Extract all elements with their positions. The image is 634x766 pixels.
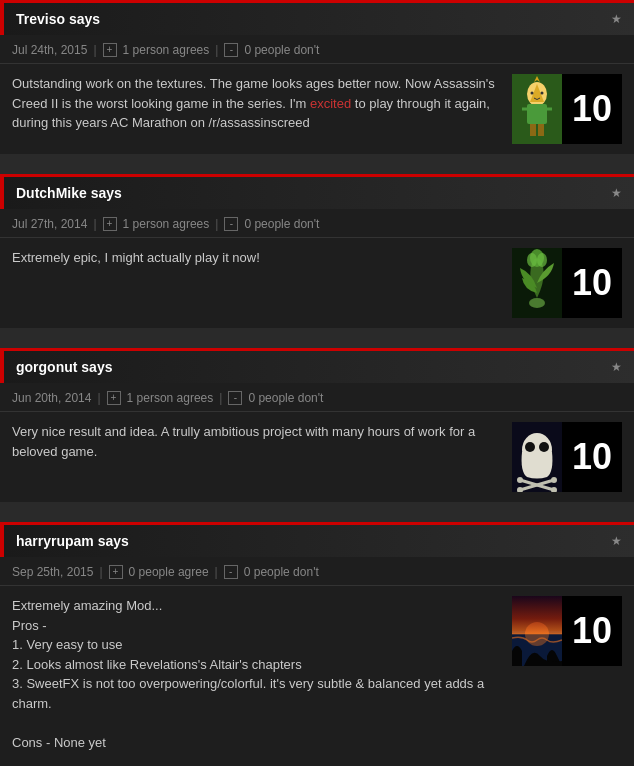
review-text-harryrupam: Extremely amazing Mod...Pros -1. Very ea… (12, 596, 502, 766)
score-treviso: 10 (562, 88, 622, 130)
svg-point-9 (541, 92, 544, 95)
score-area-harryrupam: 10 (512, 596, 622, 666)
agree-icon-gorgonut[interactable]: + (107, 391, 121, 405)
review-block-gorgonut: gorgonut says ★ Jun 20th, 2014 | + 1 per… (0, 348, 634, 502)
review-block-harryrupam: harryrupam says ★ Sep 25th, 2015 | + 0 p… (0, 522, 634, 766)
disagree-icon-dutchmike[interactable]: - (224, 217, 238, 231)
reviews-container: Treviso says ★ Jul 24th, 2015 | + 1 pers… (0, 0, 634, 766)
review-body-gorgonut: Very nice result and idea. A trully ambi… (0, 412, 634, 502)
review-author-harryrupam: harryrupam says (16, 533, 129, 549)
review-date-harryrupam: Sep 25th, 2015 (12, 565, 93, 579)
svg-rect-6 (530, 124, 536, 136)
review-meta-treviso: Jul 24th, 2015 | + 1 person agrees | - 0… (0, 35, 634, 64)
review-block-treviso: Treviso says ★ Jul 24th, 2015 | + 1 pers… (0, 0, 634, 154)
review-meta-harryrupam: Sep 25th, 2015 | + 0 people agree | - 0 … (0, 557, 634, 586)
avatar-treviso (512, 74, 562, 144)
agree-icon-dutchmike[interactable]: + (103, 217, 117, 231)
disagrees-label-gorgonut: 0 people don't (248, 391, 323, 405)
agree-icon-harryrupam[interactable]: + (109, 565, 123, 579)
rss-icon[interactable]: ★ (611, 186, 622, 200)
rss-icon[interactable]: ★ (611, 534, 622, 548)
review-block-dutchmike: DutchMike says ★ Jul 27th, 2014 | + 1 pe… (0, 174, 634, 328)
review-author-treviso: Treviso says (16, 11, 100, 27)
review-text-treviso: Outstanding work on the textures. The ga… (12, 74, 502, 133)
score-gorgonut: 10 (562, 436, 622, 478)
review-author-gorgonut: gorgonut says (16, 359, 112, 375)
review-date-dutchmike: Jul 27th, 2014 (12, 217, 87, 231)
svg-rect-7 (538, 124, 544, 136)
disagree-icon-harryrupam[interactable]: - (224, 565, 238, 579)
review-text-dutchmike: Extremely epic, I might actually play it… (12, 248, 502, 268)
avatar-gorgonut (512, 422, 562, 492)
agrees-label-gorgonut: 1 person agrees (127, 391, 214, 405)
score-area-gorgonut: 10 (512, 422, 622, 492)
agrees-label-dutchmike: 1 person agrees (123, 217, 210, 231)
svg-point-12 (529, 298, 545, 308)
agree-icon-treviso[interactable]: + (103, 43, 117, 57)
disagrees-label-treviso: 0 people don't (244, 43, 319, 57)
disagrees-label-harryrupam: 0 people don't (244, 565, 319, 579)
review-date-treviso: Jul 24th, 2015 (12, 43, 87, 57)
review-body-dutchmike: Extremely epic, I might actually play it… (0, 238, 634, 328)
section-divider (0, 512, 634, 522)
svg-rect-2 (527, 104, 547, 124)
svg-point-18 (525, 442, 535, 452)
review-author-dutchmike: DutchMike says (16, 185, 122, 201)
review-header-harryrupam: harryrupam says ★ (0, 522, 634, 557)
svg-point-27 (517, 477, 523, 483)
disagrees-label-dutchmike: 0 people don't (244, 217, 319, 231)
score-area-treviso: 10 (512, 74, 622, 144)
svg-point-14 (527, 253, 537, 267)
score-harryrupam: 10 (562, 610, 622, 652)
section-divider (0, 338, 634, 348)
review-header-treviso: Treviso says ★ (0, 0, 634, 35)
review-text-gorgonut: Very nice result and idea. A trully ambi… (12, 422, 502, 461)
avatar-harryrupam (512, 596, 562, 666)
review-date-gorgonut: Jun 20th, 2014 (12, 391, 91, 405)
score-dutchmike: 10 (562, 262, 622, 304)
disagree-icon-treviso[interactable]: - (224, 43, 238, 57)
svg-point-28 (551, 477, 557, 483)
avatar-dutchmike (512, 248, 562, 318)
review-header-gorgonut: gorgonut says ★ (0, 348, 634, 383)
agrees-label-treviso: 1 person agrees (123, 43, 210, 57)
review-meta-dutchmike: Jul 27th, 2014 | + 1 person agrees | - 0… (0, 209, 634, 238)
svg-point-19 (539, 442, 549, 452)
disagree-icon-gorgonut[interactable]: - (228, 391, 242, 405)
review-meta-gorgonut: Jun 20th, 2014 | + 1 person agrees | - 0… (0, 383, 634, 412)
score-area-dutchmike: 10 (512, 248, 622, 318)
svg-point-15 (537, 253, 547, 267)
review-header-dutchmike: DutchMike says ★ (0, 174, 634, 209)
section-divider (0, 164, 634, 174)
svg-rect-36 (512, 596, 562, 634)
rss-icon[interactable]: ★ (611, 360, 622, 374)
svg-point-8 (531, 92, 534, 95)
agrees-label-harryrupam: 0 people agree (129, 565, 209, 579)
rss-icon[interactable]: ★ (611, 12, 622, 26)
review-body-treviso: Outstanding work on the textures. The ga… (0, 64, 634, 154)
highlight-text: excited (310, 96, 351, 111)
review-body-harryrupam: Extremely amazing Mod...Pros -1. Very ea… (0, 586, 634, 766)
